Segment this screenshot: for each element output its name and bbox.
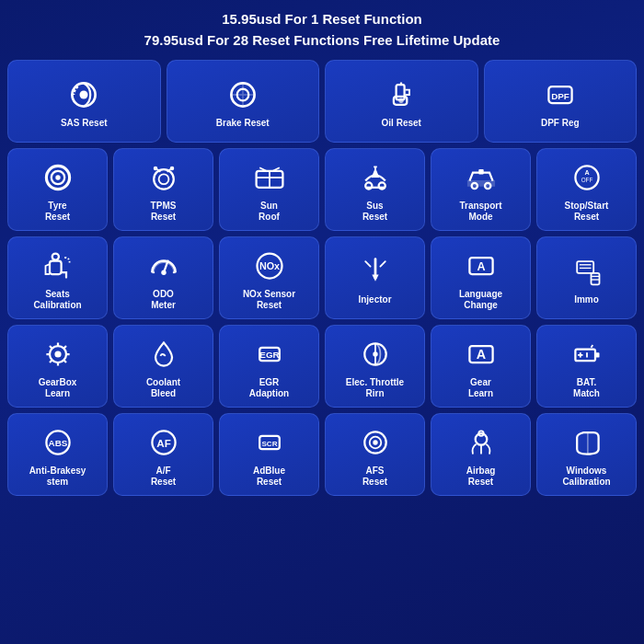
tpms-reset-label: TPMSReset: [151, 201, 177, 223]
sun-roof-label: SunRoof: [259, 201, 280, 223]
airbag-reset-label: AirbagReset: [466, 466, 496, 488]
afs-reset[interactable]: AFSReset: [325, 413, 425, 496]
svg-point-45: [54, 351, 61, 357]
gearbox-learn-label: GearBoxLearn: [39, 377, 77, 399]
dpf-reg-label: DPF Reg: [541, 118, 580, 129]
brake-reset[interactable]: Brake Reset: [167, 60, 320, 143]
afs-reset-label: AFSReset: [362, 466, 387, 488]
svg-point-14: [158, 174, 168, 184]
sus-icon: [359, 159, 392, 196]
stop-start-reset-label: Stop/StartReset: [565, 201, 609, 223]
adblue-reset-label: AdBlueReset: [253, 466, 285, 488]
svg-text:DPF: DPF: [551, 90, 569, 100]
transport-icon: [465, 159, 498, 196]
elec-throttle[interactable]: Elec. ThrottleRirn: [325, 325, 425, 408]
sus-reset[interactable]: SusReset: [325, 148, 425, 231]
svg-point-12: [55, 175, 60, 179]
svg-text:OFF: OFF: [581, 177, 592, 183]
airbag-reset[interactable]: AirbagReset: [431, 413, 531, 496]
sun-roof[interactable]: SunRoof: [219, 148, 319, 231]
oil-reset-label: Oil Reset: [382, 118, 421, 129]
seats-calibration-label: SeatsCalibration: [33, 289, 81, 311]
nox-sensor-reset[interactable]: NOxNOx SensorReset: [219, 236, 319, 319]
stop-start-reset[interactable]: AOFFStop/StartReset: [536, 148, 637, 231]
svg-point-15: [153, 166, 157, 170]
nox-sensor-reset-label: NOx SensorReset: [243, 289, 295, 311]
page-header: 15.95usd For 1 Reset Function 79.95usd F…: [144, 9, 500, 51]
gear-learn-label: GearLearn: [468, 377, 493, 399]
transport-mode[interactable]: TransportMode: [431, 148, 531, 231]
injector-icon: [359, 253, 392, 290]
egr-icon: EGR: [253, 336, 286, 373]
svg-text:EGR: EGR: [259, 349, 279, 359]
tpms-icon: [147, 159, 180, 196]
transport-mode-label: TransportMode: [459, 201, 501, 223]
gearbox-icon: [41, 336, 75, 373]
brake-reset-label: Brake Reset: [216, 118, 270, 129]
odo-meter-label: ODOMeter: [151, 289, 176, 311]
svg-point-19: [365, 182, 372, 189]
svg-rect-23: [478, 169, 483, 174]
anti-brakes-label: Anti-Brakesystem: [29, 466, 86, 488]
af-reset-label: A/FReset: [151, 466, 176, 488]
adblue-reset[interactable]: SCRAdBlueReset: [219, 413, 319, 496]
abs-icon: ABS: [41, 424, 75, 461]
sas-icon: [67, 76, 100, 113]
egr-adaption[interactable]: EGREGRAdaption: [219, 325, 319, 408]
seats-calibration[interactable]: SeatsCalibration: [7, 236, 108, 319]
tyre-reset-label: TyreReset: [45, 201, 70, 223]
svg-point-50: [373, 351, 377, 356]
coolant-bleed[interactable]: CoolantBleed: [113, 325, 213, 408]
svg-point-28: [52, 253, 58, 259]
immo-label: Immo: [574, 294, 599, 305]
anti-brakes[interactable]: ABSAnti-Brakesystem: [7, 413, 108, 496]
svg-text:A: A: [476, 347, 486, 362]
dpf-icon: DPF: [544, 76, 577, 113]
language-change[interactable]: ALanguageChange: [431, 236, 531, 319]
sus-reset-label: SusReset: [362, 201, 387, 223]
sas-reset[interactable]: SAS Reset: [7, 60, 161, 143]
svg-text:ABS: ABS: [48, 437, 67, 447]
svg-text:A: A: [477, 259, 485, 272]
windows-calibration[interactable]: WindowsCalibration: [536, 413, 637, 496]
bat-match[interactable]: BAT.Match: [536, 325, 637, 408]
immo[interactable]: Immo: [536, 236, 637, 319]
header-line1: 15.95usd For 1 Reset Function: [144, 9, 500, 30]
airbag-icon: [465, 424, 498, 461]
bat-icon: [570, 336, 604, 373]
oil-icon: [385, 76, 418, 113]
svg-rect-38: [577, 261, 593, 273]
brake-icon: [226, 76, 259, 113]
sunroof-icon: [253, 159, 286, 196]
gear-learn[interactable]: AGearLearn: [431, 325, 531, 408]
svg-point-16: [169, 166, 174, 170]
svg-text:A: A: [584, 168, 589, 177]
immo-icon: [570, 253, 604, 290]
svg-point-1: [80, 90, 88, 98]
injector[interactable]: Injector: [325, 236, 425, 319]
svg-rect-4: [397, 85, 405, 99]
dpf-reg[interactable]: DPFDPF Reg: [484, 60, 638, 143]
svg-rect-54: [595, 352, 600, 357]
svg-rect-27: [50, 260, 62, 273]
language-icon: A: [465, 247, 498, 284]
svg-text:AF: AF: [156, 436, 171, 448]
af-icon: AF: [147, 424, 180, 461]
tyre-reset[interactable]: TyreReset: [7, 148, 108, 231]
coolant-bleed-label: CoolantBleed: [146, 377, 180, 399]
odo-icon: [147, 247, 180, 284]
af-reset[interactable]: AFA/FReset: [113, 413, 213, 496]
tpms-reset[interactable]: TPMSReset: [113, 148, 213, 231]
oil-reset[interactable]: Oil Reset: [325, 60, 478, 143]
gearlearn-icon: A: [465, 336, 498, 373]
header-line2: 79.95usd For 28 Reset Functions Free Lif…: [144, 30, 500, 52]
adblue-icon: SCR: [253, 424, 286, 461]
nox-icon: NOx: [253, 247, 286, 284]
odo-meter[interactable]: ODOMeter: [113, 236, 213, 319]
gearbox-learn[interactable]: GearBoxLearn: [7, 325, 108, 408]
tyre-icon: [41, 159, 75, 196]
afs-icon: [359, 424, 392, 461]
svg-text:SCR: SCR: [261, 439, 277, 447]
egr-adaption-label: EGRAdaption: [249, 377, 289, 399]
svg-point-13: [154, 169, 174, 190]
